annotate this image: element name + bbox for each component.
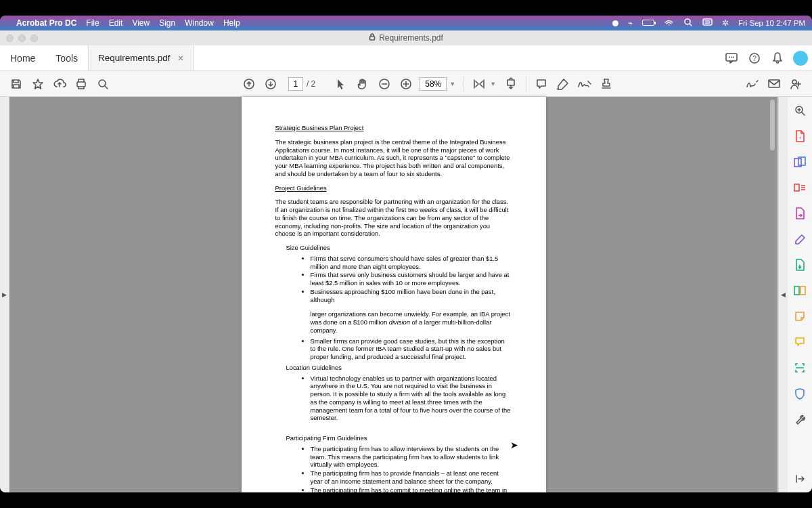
menu-help[interactable]: Help: [223, 18, 240, 28]
chat-icon[interactable]: [720, 45, 743, 70]
find-icon[interactable]: [92, 73, 114, 95]
document-canvas[interactable]: Strategic Business Plan Project The stra…: [9, 97, 778, 492]
doc-size-cont: larger organizations can become unwieldy…: [311, 310, 512, 334]
doc-h2: Project Guidelines: [275, 184, 512, 192]
save-icon[interactable]: [5, 73, 27, 95]
control-center-icon[interactable]: [702, 18, 713, 28]
cloud-upload-icon[interactable]: [49, 73, 70, 95]
compare-icon[interactable]: [793, 284, 807, 297]
request-sign-icon[interactable]: [793, 258, 807, 272]
zoom-in-icon[interactable]: [395, 73, 417, 95]
signature-tool-icon[interactable]: [742, 73, 763, 95]
profile-avatar[interactable]: [789, 45, 812, 70]
menu-view[interactable]: View: [132, 18, 150, 28]
close-tab-icon[interactable]: ✕: [177, 54, 184, 63]
svg-rect-23: [769, 80, 780, 87]
scan-icon[interactable]: [793, 361, 807, 375]
doc-part-list: The participating firm has to allow inte…: [311, 445, 512, 492]
menu-sign[interactable]: Sign: [159, 18, 175, 28]
svg-rect-36: [794, 287, 799, 295]
doc-size-list2: Smaller firms can provide good case stud…: [311, 337, 512, 361]
comment-icon[interactable]: [531, 73, 552, 95]
sticky-note-icon[interactable]: [793, 310, 807, 323]
svg-rect-22: [508, 80, 514, 85]
scrollbar[interactable]: [770, 100, 775, 150]
menu-edit[interactable]: Edit: [109, 18, 123, 28]
traffic-lights[interactable]: [6, 35, 38, 42]
email-icon[interactable]: [763, 73, 785, 95]
svg-line-14: [105, 86, 108, 89]
pointer-icon[interactable]: [330, 73, 352, 95]
record-icon: [612, 19, 618, 27]
svg-point-24: [792, 80, 796, 84]
battery-icon: [642, 19, 654, 27]
app-name[interactable]: Acrobat Pro DC: [16, 18, 76, 28]
lock-icon: [369, 33, 376, 43]
svg-point-7: [729, 56, 730, 58]
svg-line-26: [802, 112, 805, 115]
svg-rect-2: [703, 19, 712, 25]
edit-pdf-icon[interactable]: [793, 232, 807, 246]
organize-icon[interactable]: [793, 181, 807, 194]
stamp-icon[interactable]: [595, 73, 617, 95]
tab-home[interactable]: Home: [0, 45, 45, 70]
zoom-input[interactable]: [420, 77, 447, 91]
left-panel-toggle[interactable]: ▶: [0, 97, 9, 492]
svg-point-8: [731, 56, 732, 58]
wifi-icon: [664, 19, 674, 28]
help-icon[interactable]: ?: [743, 45, 766, 70]
share-user-icon[interactable]: [785, 73, 807, 95]
tab-document-label: Requirements.pdf: [98, 53, 171, 63]
comment-tool-icon[interactable]: [793, 335, 807, 349]
doc-size-list: Firms that serve consumers should have s…: [311, 255, 512, 304]
doc-intro: The strategic business plan project is t…: [275, 138, 512, 178]
tab-document[interactable]: Requirements.pdf ✕: [88, 45, 194, 70]
protect-icon[interactable]: [793, 387, 807, 400]
svg-rect-12: [77, 82, 85, 87]
clock: Fri Sep 10 2:47 PM: [738, 19, 805, 27]
sign-icon[interactable]: [574, 73, 595, 95]
zoom-out-icon[interactable]: [374, 73, 395, 95]
svg-rect-32: [794, 184, 799, 191]
highlight-icon[interactable]: [552, 73, 574, 95]
bell-icon[interactable]: [766, 45, 789, 70]
zoom-dropdown-icon[interactable]: ▼: [449, 81, 455, 87]
right-tool-panel: +: [788, 97, 812, 492]
window-titlebar: Requirements.pdf: [0, 30, 812, 45]
svg-rect-5: [370, 37, 375, 41]
right-handle[interactable]: ◀: [778, 97, 788, 492]
page-up-icon[interactable]: [238, 73, 260, 95]
doc-size-heading: Size Guidelines: [286, 244, 512, 252]
doc-part-heading: Participating Firm Guidelines: [286, 434, 512, 442]
page-down-icon[interactable]: [260, 73, 281, 95]
scroll-mode-icon[interactable]: [500, 73, 522, 95]
hand-tool-icon[interactable]: [352, 73, 374, 95]
page-total: / 2: [307, 79, 315, 89]
doc-loc-heading: Location Guidelines: [286, 364, 512, 372]
svg-point-9: [733, 56, 734, 58]
svg-text:+: +: [798, 135, 801, 140]
create-pdf-icon[interactable]: +: [793, 129, 807, 143]
more-tools-icon[interactable]: [793, 412, 807, 426]
spotlight-icon[interactable]: [683, 18, 693, 28]
user-switch-icon[interactable]: ✲: [722, 18, 729, 28]
tab-tools[interactable]: Tools: [45, 45, 88, 70]
collapse-panel-icon[interactable]: [793, 472, 807, 486]
export-pdf-icon[interactable]: [793, 207, 807, 220]
print-icon[interactable]: [70, 73, 92, 95]
main-toolbar: / 2 ▼ ▼: [0, 71, 812, 97]
menu-file[interactable]: File: [86, 18, 99, 28]
page-number-input[interactable]: [288, 77, 303, 91]
svg-rect-37: [800, 287, 805, 295]
star-icon[interactable]: [27, 73, 49, 95]
window-title: Requirements.pdf: [379, 33, 443, 43]
fit-dropdown-icon[interactable]: ▼: [490, 81, 496, 87]
pdf-page: Strategic Business Plan Project The stra…: [242, 97, 546, 492]
tabs-row: Home Tools Requirements.pdf ✕ ?: [0, 45, 812, 71]
svg-line-1: [690, 24, 692, 26]
zoom-tool-icon[interactable]: [793, 104, 807, 117]
fit-width-icon[interactable]: [468, 73, 490, 95]
doc-loc-list: Virtual technology enables us to partner…: [311, 375, 512, 423]
menu-window[interactable]: Window: [185, 18, 214, 28]
combine-icon[interactable]: [793, 155, 807, 169]
